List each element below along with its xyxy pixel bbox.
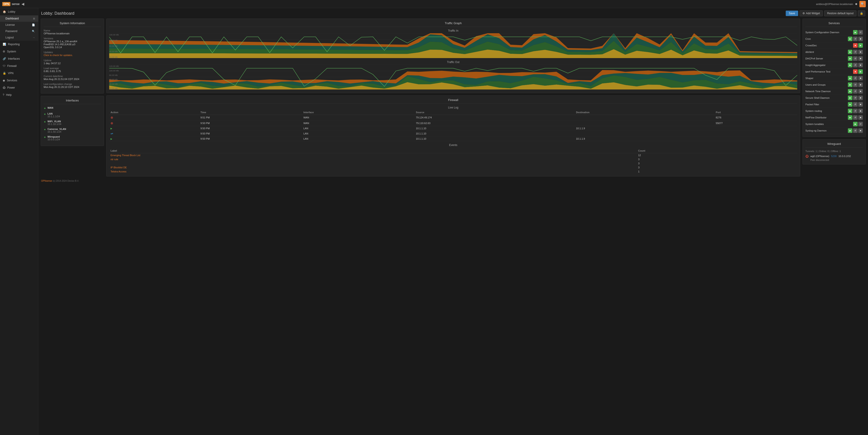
service-start-btn[interactable]: ▶ (848, 37, 852, 41)
fw-source: 10.1.1.10 (414, 131, 575, 136)
fw-interface: LAN (302, 126, 414, 131)
service-stop-btn[interactable]: ■ (858, 56, 863, 61)
interface-item: ✦ Wireguard 10.0.0.1/24 (43, 135, 101, 141)
sidebar-item-password[interactable]: Password 🔍 (0, 28, 38, 34)
service-start-btn[interactable]: ▶ (848, 76, 852, 81)
firewall-icon: 🛡 (3, 64, 5, 68)
restore-layout-button[interactable]: Restore default layout (824, 10, 857, 16)
service-start-btn[interactable]: ▶ (858, 69, 863, 74)
service-stop-btn[interactable]: ■ (858, 76, 863, 81)
service-stop-btn[interactable]: ■ (858, 109, 863, 113)
sidebar-item-interfaces[interactable]: 🔗 Interfaces (0, 55, 38, 62)
service-restart-btn[interactable]: ↺ (853, 76, 858, 81)
sidebar-item-firewall[interactable]: 🛡 Firewall (0, 62, 38, 70)
app-logo: OPN sense (2, 2, 20, 6)
interface-name: Cameras_VLAN (48, 128, 66, 130)
sidebar-item-help[interactable]: ? Help (0, 91, 38, 98)
service-start-btn[interactable]: ▶ (848, 96, 852, 100)
add-widget-button[interactable]: ⚙ Add Widget (800, 10, 823, 16)
sidebar-item-dashboard[interactable]: Dashboard ⊞ (0, 15, 38, 22)
service-restart-btn[interactable]: ↺ (853, 89, 858, 94)
fw-source: 10.1.1.10 (414, 126, 575, 131)
service-stop-btn[interactable]: ■ (858, 128, 863, 133)
service-restart-btn[interactable]: ↺ (853, 102, 858, 107)
service-name: Insight Aggregator (805, 64, 826, 66)
wireguard-link[interactable]: 5230 (831, 155, 837, 157)
sidebar-item-logout[interactable]: Logout → (0, 34, 38, 41)
service-stop-indicator[interactable]: ■ (853, 43, 858, 48)
fw-time: 9:50 PM (199, 120, 302, 126)
event-label[interactable]: Telstra Access (109, 169, 637, 174)
service-restart-btn[interactable]: ↺ (853, 37, 858, 41)
service-stop-btn[interactable]: ■ (858, 89, 863, 94)
dashboard-grid: System Information Name OPNsense.localdo… (41, 19, 866, 177)
service-restart-btn[interactable]: ↺ (853, 50, 858, 54)
service-restart-btn[interactable]: ↺ (853, 115, 858, 120)
lock-button[interactable]: 🔒 (858, 10, 865, 16)
service-start-btn[interactable]: ▶ (848, 115, 852, 120)
event-label[interactable]: Emerging Threat Block List (109, 153, 637, 157)
footer-brand[interactable]: OPNsense (41, 180, 52, 182)
services-widget: Services System Configuration Daemon ▶↺ … (802, 19, 866, 137)
wireguard-widget: Wireguard Tunnels: 1 | Online: 0 | Offli… (802, 139, 866, 164)
sidebar-item-services[interactable]: ◉ Services (0, 77, 38, 84)
service-restart-btn[interactable]: ↺ (853, 109, 858, 113)
service-restart-btn[interactable]: ↺ (853, 83, 858, 87)
events-col-label: Label (109, 149, 637, 153)
service-start-btn[interactable]: ▶ (848, 109, 852, 113)
service-start-btn[interactable]: ▶ (853, 30, 858, 35)
service-stop-btn[interactable]: ■ (858, 63, 863, 67)
service-start-btn[interactable]: ▶ (848, 102, 852, 107)
interface-name: WiFi_VLAN (48, 120, 61, 123)
sidebar-item-vpn[interactable]: 🔒 VPN (0, 70, 38, 77)
service-start-btn[interactable]: ▶ (848, 83, 852, 87)
service-restart-btn[interactable]: ↺ (853, 96, 858, 100)
sidebar-item-lobby[interactable]: 🏠 Lobby (0, 8, 38, 15)
event-label[interactable]: ntr rule (109, 157, 637, 161)
sysinfo-updates-label: Updates (43, 51, 101, 54)
service-start-btn[interactable]: ▶ (848, 50, 852, 54)
event-label[interactable]: IP Blocklist DE (109, 165, 637, 169)
service-item: Users and Groups ▶↺■ (805, 82, 863, 88)
service-actions: ▶↺■ (848, 109, 863, 113)
service-restart-btn[interactable]: ↺ (858, 30, 863, 35)
sidebar-item-reporting[interactable]: 📊 Reporting (0, 41, 38, 48)
service-stop-btn[interactable]: ■ (858, 115, 863, 120)
service-start-btn[interactable]: ▶ (848, 56, 852, 61)
service-start-btn[interactable]: ▶ (848, 128, 852, 133)
service-name: DHCPv4 Server (805, 57, 823, 60)
service-stop-btn[interactable]: ■ (858, 50, 863, 54)
interfaces-widget: Interfaces ✦ WAN ✦ LAN 10.1.1.1/24 ✦ WiF… (41, 96, 104, 146)
traffic-out-canvas-container (109, 65, 797, 90)
service-stop-btn[interactable]: ■ (858, 83, 863, 87)
fw-interface: LAN (302, 136, 414, 141)
sidebar-item-system[interactable]: ⚙ System (0, 48, 38, 55)
wireguard-status-icon: ⏻ (805, 154, 809, 158)
service-stop-btn[interactable]: ■ (858, 96, 863, 100)
search-button[interactable]: 🔍 (860, 1, 866, 7)
sidebar: 🏠 Lobby Dashboard ⊞ License 📄 Password 🔍… (0, 8, 38, 435)
save-button[interactable]: Save (786, 11, 798, 16)
service-stop-btn[interactable]: ■ (858, 102, 863, 107)
service-restart-btn[interactable]: ↺ (858, 122, 863, 126)
service-start-btn[interactable]: ▶ (858, 43, 863, 48)
nav-toggle-button[interactable]: ◀ (22, 2, 24, 6)
sysinfo-uptime-label: Uptime (43, 59, 101, 62)
service-actions: ▶↺■ (848, 96, 863, 100)
vpn-icon: 🔒 (3, 72, 6, 75)
service-name: Packet Filter (805, 103, 819, 106)
check-updates-link[interactable]: Click to check for updates. (43, 54, 73, 57)
service-start-btn[interactable]: ▶ (848, 63, 852, 67)
service-restart-btn[interactable]: ↺ (853, 128, 858, 133)
y-label-out-4: 40.00 Mb (109, 83, 121, 85)
wireguard-tunnel-name: wg0 (OPNsense) (810, 155, 829, 157)
sidebar-item-license[interactable]: License 📄 (0, 22, 38, 28)
sidebar-item-power[interactable]: ⏻ Power (0, 84, 38, 91)
service-stop-btn[interactable]: ■ (858, 37, 863, 41)
lobby-icon: 🏠 (3, 10, 6, 13)
service-restart-btn[interactable]: ↺ (853, 56, 858, 61)
service-start-btn[interactable]: ▶ (853, 122, 858, 126)
service-stop-indicator[interactable]: ■ (853, 69, 858, 74)
service-start-btn[interactable]: ▶ (848, 89, 852, 94)
service-restart-btn[interactable]: ↺ (853, 63, 858, 67)
